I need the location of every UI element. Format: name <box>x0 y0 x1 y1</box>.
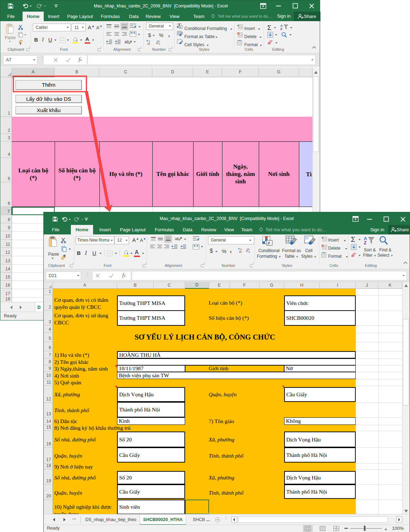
svg-text:.00: .00 <box>156 40 160 43</box>
svg-text:.0: .0 <box>248 251 250 253</box>
svg-text:ab: ab <box>175 237 179 241</box>
svg-text:Z: Z <box>280 27 282 30</box>
svg-text:Z: Z <box>364 240 367 245</box>
svg-text:.0: .0 <box>158 43 160 45</box>
svg-text:ab: ab <box>124 39 129 44</box>
svg-text:≠: ≠ <box>180 26 182 29</box>
svg-text:.00: .00 <box>246 248 250 251</box>
svg-text:.00: .00 <box>238 251 242 253</box>
svg-text:≠: ≠ <box>268 240 270 246</box>
svg-text:.00: .00 <box>147 43 150 45</box>
